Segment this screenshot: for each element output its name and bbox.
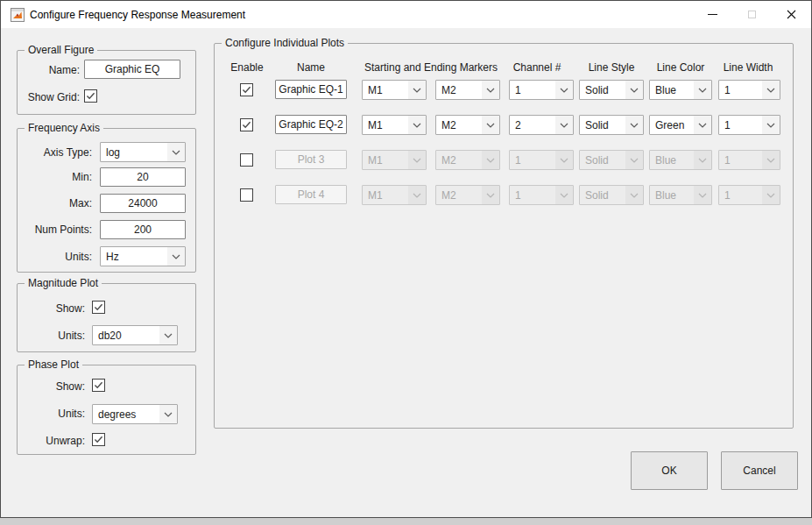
num-points-field[interactable] — [100, 220, 186, 239]
chevron-down-icon — [555, 186, 573, 204]
maximize-icon — [748, 11, 756, 18]
start-marker-dropdown[interactable]: M1 — [362, 115, 427, 135]
chevron-down-icon — [555, 81, 573, 99]
unwrap-checkbox[interactable] — [92, 433, 105, 446]
chevron-down-icon — [408, 116, 426, 134]
min-label: Min: — [17, 171, 92, 184]
end-marker-dropdown[interactable]: M2 — [435, 115, 500, 135]
enable-checkbox[interactable] — [240, 153, 253, 167]
checkmark-icon — [94, 303, 103, 311]
mag-show-checkbox[interactable] — [92, 301, 105, 314]
header-markers: Starting and Ending Markers — [359, 61, 503, 74]
chevron-down-icon — [482, 116, 499, 134]
checkmark-icon — [94, 436, 103, 443]
line-color-dropdown: Blue — [649, 150, 712, 170]
checkmark-icon — [94, 381, 103, 389]
chevron-down-icon — [408, 151, 426, 169]
titlebar: Configure Frequency Response Measurement — [1, 1, 811, 28]
chevron-down-icon — [762, 186, 780, 204]
chevron-down-icon — [159, 326, 177, 344]
start-marker-dropdown: M1 — [362, 150, 427, 170]
plot-name-field — [275, 150, 347, 169]
unwrap-label: Unwrap: — [17, 435, 85, 448]
maximize-button — [732, 1, 772, 28]
plot-row: M1 M2 1 Solid Blue 1 — [1, 150, 812, 170]
ok-button[interactable]: OK — [631, 451, 708, 490]
chevron-down-icon — [694, 116, 711, 134]
chevron-down-icon — [482, 151, 499, 169]
line-color-dropdown[interactable]: Blue — [649, 80, 712, 100]
group-title: Overall Figure — [25, 44, 97, 56]
line-width-dropdown: 1 — [718, 150, 780, 170]
close-icon — [787, 10, 796, 19]
enable-checkbox[interactable] — [240, 83, 253, 96]
chevron-down-icon — [762, 81, 780, 99]
line-width-dropdown[interactable]: 1 — [718, 80, 780, 100]
line-color-dropdown: Blue — [649, 185, 712, 205]
line-style-dropdown: Solid — [579, 185, 644, 205]
mag-show-label: Show: — [17, 302, 85, 316]
group-title: Phase Plot — [25, 358, 82, 371]
chevron-down-icon — [159, 405, 177, 423]
line-style-dropdown: Solid — [579, 150, 644, 170]
num-points-label: Num Points: — [17, 223, 92, 237]
chevron-down-icon — [625, 186, 643, 204]
phase-units-dropdown[interactable]: degrees — [92, 404, 178, 424]
line-color-dropdown[interactable]: Green — [649, 115, 712, 135]
chevron-down-icon — [555, 116, 573, 134]
plot-row: M1 M2 2 Solid Green 1 — [1, 115, 812, 135]
channel-dropdown[interactable]: 1 — [509, 80, 574, 100]
mag-units-label: Units: — [17, 330, 85, 343]
background-strip — [0, 518, 812, 525]
plot-name-field[interactable] — [275, 115, 347, 134]
frequency-units-dropdown[interactable]: Hz — [100, 246, 186, 266]
chevron-down-icon — [625, 81, 643, 99]
cancel-button[interactable]: Cancel — [721, 451, 798, 490]
min-field[interactable] — [100, 167, 186, 187]
chevron-down-icon — [408, 81, 426, 99]
header-line-width: Line Width — [713, 61, 783, 74]
start-marker-dropdown: M1 — [362, 185, 427, 205]
plot-name-field[interactable] — [275, 80, 347, 99]
chevron-down-icon — [555, 151, 573, 169]
header-line-color: Line Color — [646, 61, 716, 74]
chevron-down-icon — [482, 186, 499, 204]
matlab-icon — [11, 8, 25, 22]
checkmark-icon — [242, 86, 251, 94]
channel-dropdown[interactable]: 2 — [509, 115, 574, 135]
header-line-style: Line Style — [576, 61, 646, 74]
chevron-down-icon — [694, 186, 711, 204]
chevron-down-icon — [625, 116, 643, 134]
phase-show-label: Show: — [17, 380, 85, 394]
header-name: Name — [276, 61, 346, 74]
group-title: Configure Individual Plots — [222, 37, 348, 49]
individual-plots-group: Configure Individual Plots — [214, 43, 794, 429]
enable-checkbox[interactable] — [240, 188, 253, 202]
minimize-icon — [708, 14, 717, 15]
start-marker-dropdown[interactable]: M1 — [362, 80, 427, 100]
enable-checkbox[interactable] — [240, 118, 253, 131]
header-enable: Enable — [221, 61, 273, 74]
end-marker-dropdown: M2 — [435, 185, 500, 205]
mag-units-dropdown[interactable]: db20 — [92, 325, 178, 345]
channel-dropdown: 1 — [509, 185, 574, 205]
group-title: Magnitude Plot — [25, 277, 102, 289]
plot-row: M1 M2 1 Solid Blue 1 — [1, 80, 812, 100]
close-button[interactable] — [772, 1, 811, 28]
chevron-down-icon — [625, 151, 643, 169]
line-style-dropdown[interactable]: Solid — [579, 80, 644, 100]
dialog-window: Configure Frequency Response Measurement… — [0, 0, 812, 518]
plot-row: M1 M2 1 Solid Blue 1 — [1, 185, 812, 205]
chevron-down-icon — [694, 151, 711, 169]
window-controls — [693, 1, 811, 28]
line-width-dropdown: 1 — [718, 185, 780, 205]
line-style-dropdown[interactable]: Solid — [579, 115, 644, 135]
minimize-button[interactable] — [693, 1, 732, 28]
chevron-down-icon — [762, 116, 780, 134]
phase-show-checkbox[interactable] — [92, 379, 105, 392]
phase-units-label: Units: — [17, 408, 85, 421]
end-marker-dropdown[interactable]: M2 — [435, 80, 500, 100]
checkmark-icon — [242, 121, 251, 129]
figure-name-field[interactable] — [84, 60, 180, 79]
line-width-dropdown[interactable]: 1 — [718, 115, 780, 135]
